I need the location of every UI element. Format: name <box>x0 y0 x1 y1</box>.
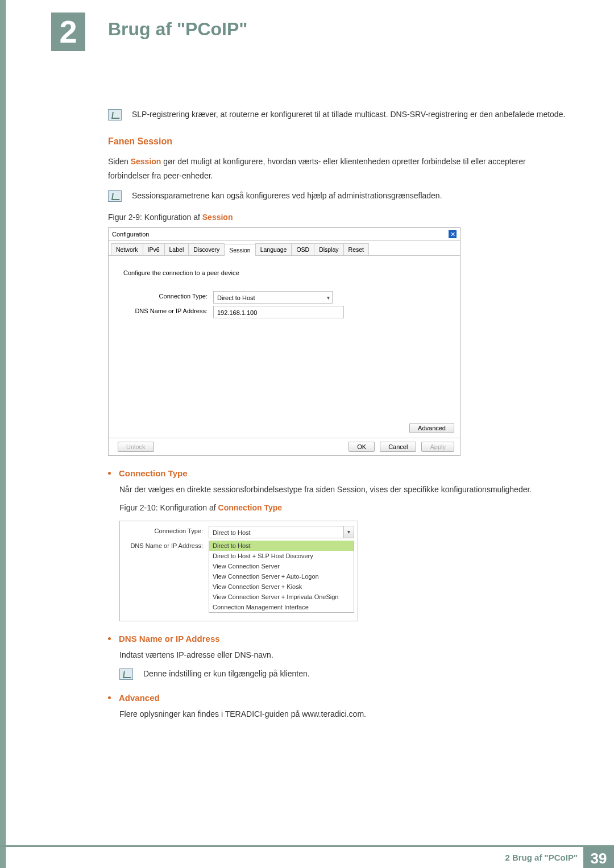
dns-input[interactable]: 192.168.1.100 <box>213 306 344 318</box>
tab-bar: Network IPv6 Label Discovery Session Lan… <box>109 241 460 256</box>
note-block-2: Sessionsparametrene kan også konfigurere… <box>108 189 569 202</box>
f210-conn-value: Direct to Host <box>213 529 251 536</box>
tab-session[interactable]: Session <box>224 244 255 256</box>
tab-label[interactable]: Label <box>164 243 189 255</box>
f210-dropdown-list: Direct to Host Direct to Host + SLP Host… <box>209 541 354 613</box>
form-row-connection-type: Connection Type: Direct to Host <box>117 291 452 304</box>
f210-option[interactable]: Direct to Host + SLP Host Discovery <box>209 551 354 561</box>
p1-pre: Siden <box>108 157 131 166</box>
configuration-window: Configuration ✕ Network IPv6 Label Disco… <box>108 227 460 456</box>
bullet-connection-type: Connection Type Når der vælges en direkt… <box>108 468 569 621</box>
f210-option[interactable]: View Connection Server + Kiosk <box>209 582 354 592</box>
bullet-title-connection-type: Connection Type <box>119 468 188 478</box>
tab-display[interactable]: Display <box>314 243 343 255</box>
advanced-button[interactable]: Advanced <box>409 423 454 433</box>
fig210-pre: Figur 2-10: Konfiguration af <box>119 503 218 512</box>
note-text: SLP-registrering kræver, at routerne er … <box>132 108 565 121</box>
f210-option[interactable]: View Connection Server <box>209 561 354 571</box>
f210-dns-label: DNS Name or IP Address: <box>123 541 209 613</box>
f210-conn-label: Connection Type: <box>123 526 209 538</box>
tab-language[interactable]: Language <box>255 243 292 255</box>
bullet-connection-type-text: Når der vælges en direkte sessionsforbin… <box>119 483 569 497</box>
section-heading: Fanen Session <box>108 136 569 147</box>
connection-type-select[interactable]: Direct to Host <box>213 291 333 304</box>
window-titlebar: Configuration ✕ <box>109 228 460 241</box>
f210-row-conn: Connection Type: Direct to Host ▾ <box>123 526 354 538</box>
tab-reset[interactable]: Reset <box>343 243 369 255</box>
close-button[interactable]: ✕ <box>449 230 457 238</box>
figure-2-10-caption: Figur 2-10: Konfiguration af Connection … <box>119 501 569 515</box>
chevron-down-icon: ▾ <box>343 526 354 538</box>
fig29-pre: Figur 2-9: Konfiguration af <box>108 213 202 222</box>
apply-button[interactable]: Apply <box>421 442 454 452</box>
info-note-icon <box>108 109 122 121</box>
form-row-dns: DNS Name or IP Address: 192.168.1.100 <box>117 306 452 318</box>
f210-option[interactable]: Direct to Host <box>209 541 354 551</box>
bullet-dns-note: Denne indstilling er kun tilgængelig på … <box>119 667 569 680</box>
chapter-number-badge: 2 <box>51 13 85 51</box>
page-footer: 2 Brug af "PCoIP" 39 <box>0 845 614 868</box>
note-block: SLP-registrering kræver, at routerne er … <box>108 108 569 121</box>
advanced-row: Advanced <box>109 421 460 438</box>
fig29-strong: Session <box>202 213 233 222</box>
unlock-button[interactable]: Unlock <box>118 442 154 452</box>
ok-button[interactable]: OK <box>349 442 375 452</box>
left-rail <box>0 0 6 868</box>
bullet-title-dns: DNS Name or IP Address <box>119 634 220 643</box>
tab-discovery[interactable]: Discovery <box>188 243 225 255</box>
tab-network[interactable]: Network <box>111 243 143 255</box>
content-area: SLP-registrering kræver, at routerne er … <box>108 108 569 725</box>
section-paragraph-1: Siden Session gør det muligt at konfigur… <box>108 155 569 182</box>
bullet-title-advanced: Advanced <box>119 693 160 703</box>
bullet-dns-text: Indtast værtens IP-adresse eller DNS-nav… <box>119 648 569 662</box>
window-body: Configure the connection to a peer devic… <box>109 256 460 421</box>
chapter-title: Brug af "PCoIP" <box>108 19 247 40</box>
footer-chapter-label: 2 Brug af "PCoIP" <box>505 853 578 862</box>
tab-osd[interactable]: OSD <box>291 243 314 255</box>
bullet-advanced: Advanced Flere oplysninger kan findes i … <box>108 693 569 721</box>
cancel-button[interactable]: Cancel <box>380 442 416 452</box>
connection-type-label: Connection Type: <box>117 291 213 304</box>
note-text-2: Sessionsparametrene kan også konfigurere… <box>132 189 442 202</box>
window-title: Configuration <box>112 231 149 238</box>
f210-option[interactable]: View Connection Server + Auto-Logon <box>209 571 354 582</box>
figure-2-10-panel: Connection Type: Direct to Host ▾ DNS Na… <box>119 521 358 621</box>
f210-option[interactable]: View Connection Server + Imprivata OneSi… <box>209 592 354 602</box>
bullet-icon <box>108 637 111 640</box>
bullet-dns-note-text: Denne indstilling er kun tilgængelig på … <box>143 667 310 680</box>
fig210-strong: Connection Type <box>218 503 283 512</box>
info-note-icon <box>108 190 122 202</box>
figure-2-9-caption: Figur 2-9: Konfiguration af Session <box>108 213 569 222</box>
bullet-dns: DNS Name or IP Address Indtast værtens I… <box>108 634 569 680</box>
left-rail-inner <box>6 0 6 868</box>
dns-label: DNS Name or IP Address: <box>117 306 213 318</box>
config-instruction: Configure the connection to a peer devic… <box>123 269 452 276</box>
info-note-icon <box>119 668 133 680</box>
p1-post: gør det muligt at konfigurere, hvordan v… <box>108 157 526 180</box>
footer-page-number: 39 <box>583 847 614 868</box>
bullet-icon <box>108 696 111 699</box>
tab-ipv6[interactable]: IPv6 <box>143 243 165 255</box>
bullet-icon <box>108 472 111 475</box>
p1-strong: Session <box>131 157 161 166</box>
bullet-advanced-text: Flere oplysninger kan findes i TERADICI-… <box>119 707 569 721</box>
f210-option[interactable]: Connection Management Interface <box>209 602 354 612</box>
window-footer: Unlock OK Cancel Apply <box>109 438 460 455</box>
f210-row-dns: DNS Name or IP Address: Direct to Host D… <box>123 541 354 613</box>
f210-conn-select[interactable]: Direct to Host ▾ <box>209 526 354 538</box>
